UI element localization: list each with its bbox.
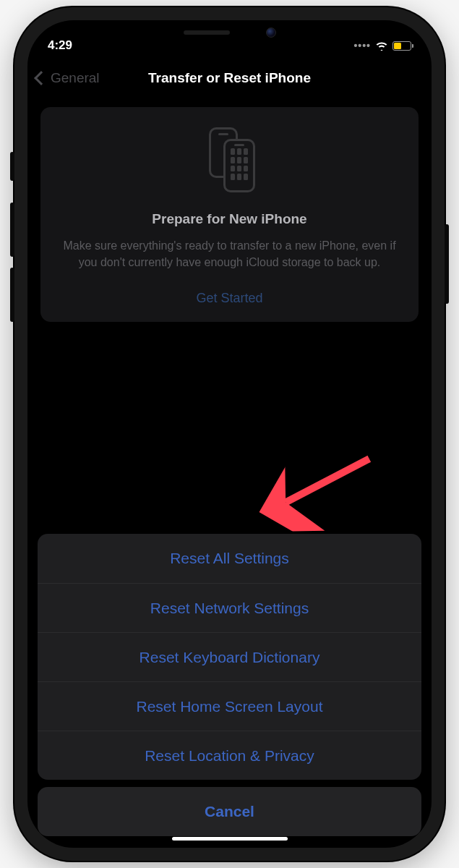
nav-bar: General Transfer or Reset iPhone — [27, 58, 432, 98]
prepare-description: Make sure everything's ready to transfer… — [56, 237, 403, 271]
volume-up-button — [10, 203, 14, 257]
action-sheet: Reset All Settings Reset Network Setting… — [38, 534, 421, 836]
device-transfer-icon — [205, 127, 255, 192]
mute-switch — [10, 152, 14, 181]
phone-frame: 4:29 •••• General Transfer or Reset iPho… — [14, 7, 445, 861]
notch — [150, 20, 309, 45]
reset-location-privacy-button[interactable]: Reset Location & Privacy — [38, 731, 421, 780]
chevron-left-icon — [34, 71, 48, 85]
reset-network-settings-button[interactable]: Reset Network Settings — [38, 583, 421, 632]
screen: 4:29 •••• General Transfer or Reset iPho… — [27, 20, 432, 848]
prepare-title: Prepare for New iPhone — [56, 211, 403, 227]
svg-line-0 — [286, 433, 369, 527]
home-indicator[interactable] — [172, 837, 288, 841]
power-button — [445, 224, 449, 304]
prepare-card: Prepare for New iPhone Make sure everyth… — [40, 107, 419, 322]
status-time: 4:29 — [48, 38, 72, 52]
cancel-button[interactable]: Cancel — [38, 787, 421, 836]
reset-all-settings-button[interactable]: Reset All Settings — [38, 534, 421, 583]
battery-icon — [392, 41, 411, 51]
back-button[interactable]: General — [36, 70, 100, 86]
action-sheet-group: Reset All Settings Reset Network Setting… — [38, 534, 421, 780]
back-label: General — [51, 70, 100, 86]
reset-keyboard-dictionary-button[interactable]: Reset Keyboard Dictionary — [38, 632, 421, 681]
reset-home-screen-layout-button[interactable]: Reset Home Screen Layout — [38, 681, 421, 731]
get-started-button[interactable]: Get Started — [56, 291, 403, 306]
volume-down-button — [10, 268, 14, 322]
speaker-grille — [184, 30, 230, 35]
wifi-icon — [375, 41, 388, 51]
cellular-signal-icon: •••• — [353, 40, 371, 51]
front-camera — [266, 27, 276, 38]
